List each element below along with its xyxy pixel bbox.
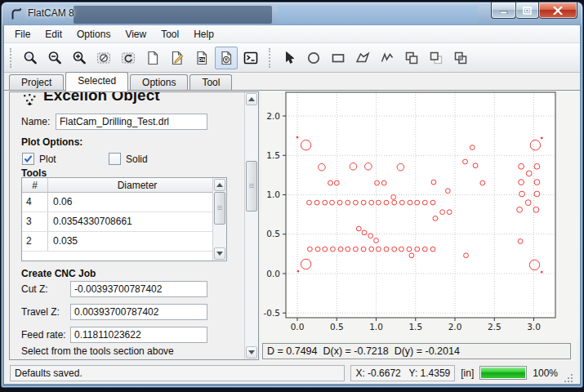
window-title: FlatCAM 8	[28, 7, 74, 19]
column-header-diameter: Diameter	[48, 178, 226, 192]
flatcam-logo-icon	[9, 7, 24, 21]
zoom-fit-icon	[22, 50, 38, 66]
draw-polygon-button[interactable]	[351, 47, 374, 69]
delete-object-icon	[218, 50, 234, 66]
table-scroll-up-button[interactable]	[214, 179, 225, 191]
draw-circle-icon	[305, 50, 322, 66]
maximize-button[interactable]	[516, 2, 539, 19]
geo-union-button[interactable]	[400, 47, 423, 69]
shell-icon	[243, 50, 259, 66]
name-row: Name:	[21, 114, 234, 130]
object-title: Excellon Object	[43, 92, 239, 105]
panel-scrollbar[interactable]	[244, 92, 258, 359]
menu-help[interactable]: Help	[186, 27, 221, 42]
clear-plot-button[interactable]	[92, 47, 115, 69]
tool-row-2[interactable]: 20.035	[22, 232, 226, 252]
menu-file[interactable]: File	[7, 27, 38, 42]
menu-view[interactable]: View	[118, 27, 154, 42]
zoom-out-button[interactable]	[43, 47, 66, 69]
checkbox-label: Plot	[39, 154, 56, 165]
svg-text:1.0: 1.0	[266, 189, 280, 199]
shell-button[interactable]	[239, 47, 262, 69]
svg-text:-0.5: -0.5	[264, 308, 281, 318]
table-scroll-down-button[interactable]	[214, 247, 225, 260]
geo-union-icon	[403, 50, 420, 66]
new-project-button[interactable]	[141, 47, 164, 69]
geo-subtract-icon	[428, 50, 444, 66]
tool-number-cell: 3	[22, 212, 48, 231]
draw-polyline-button[interactable]	[376, 47, 399, 69]
checkbox-label: Solid	[126, 154, 148, 165]
table-scrollbar-thumb[interactable]	[214, 192, 225, 225]
checkbox-solid[interactable]: Solid	[109, 153, 148, 165]
svg-text:0.5: 0.5	[330, 322, 344, 332]
menu-options[interactable]: Options	[69, 27, 118, 42]
save-ok-button[interactable]: Ok	[190, 47, 213, 69]
tab-project[interactable]: Project	[9, 74, 64, 91]
scatter-plot-svg[interactable]: 0.00.51.01.52.02.53.0-0.50.00.51.01.52.0	[262, 91, 580, 341]
delete-object-button[interactable]	[215, 47, 238, 69]
svg-text:3.0: 3.0	[527, 322, 541, 332]
cnc-field-label: Travel Z:	[21, 306, 70, 318]
background-glass-patch-dark	[74, 6, 272, 24]
geo-intersect-button[interactable]	[449, 47, 472, 69]
draw-rectangle-button[interactable]	[327, 47, 350, 69]
clear-plot-icon	[96, 50, 112, 66]
cnc-field-label: Feed rate:	[21, 329, 70, 341]
svg-text:2.0: 2.0	[266, 111, 280, 121]
toolbar-handle[interactable]	[10, 48, 14, 68]
zoom-out-icon	[47, 50, 63, 66]
solid-checkbox-box[interactable]	[109, 153, 121, 165]
column-header-num: #	[22, 178, 48, 192]
tab-tool[interactable]: Tool	[189, 74, 232, 91]
open-project-button[interactable]	[166, 47, 189, 69]
zoom-in-button[interactable]	[68, 47, 91, 69]
geo-subtract-button[interactable]	[425, 47, 448, 69]
tools-table[interactable]: #Diameter40.0630.035433070866120.035	[21, 177, 227, 261]
cnc-field-input-2[interactable]	[70, 327, 207, 343]
screen: FlatCAM 8 FileEditOptionsViewToolHelp Ok…	[0, 0, 584, 392]
draw-circle-button[interactable]	[302, 47, 325, 69]
name-input[interactable]	[56, 114, 207, 130]
title-bar[interactable]: FlatCAM 8	[2, 2, 582, 25]
svg-text:2.5: 2.5	[488, 322, 502, 332]
panel-content: Excellon Object Name: Plot Options: Plot…	[11, 92, 243, 359]
svg-text:0.0: 0.0	[266, 269, 280, 278]
scroll-down-button[interactable]	[246, 346, 257, 359]
plot-checkbox-box[interactable]	[22, 153, 34, 165]
draw-polyline-icon	[379, 50, 395, 66]
scroll-up-button[interactable]	[246, 93, 257, 105]
select-pointer-button[interactable]	[278, 47, 301, 69]
save-ok-icon: Ok	[194, 50, 210, 66]
plot-canvas[interactable]: 0.00.51.01.52.02.53.0-0.50.00.51.01.52.0	[262, 91, 580, 341]
menu-edit[interactable]: Edit	[38, 27, 69, 42]
close-button[interactable]	[539, 2, 577, 19]
table-scrollbar[interactable]	[212, 178, 226, 261]
scrollbar-thumb[interactable]	[246, 161, 257, 212]
tool-row-4[interactable]: 40.06	[22, 193, 226, 212]
minimize-button[interactable]	[491, 2, 516, 19]
distance-readout: D = 0.7494 D(x) = -0.7218 D(y) = -0.2014	[262, 343, 571, 359]
units-label: [in]	[461, 368, 474, 379]
replot-button[interactable]	[117, 47, 140, 69]
selected-object-panel: Excellon Object Name: Plot Options: Plot…	[9, 91, 259, 360]
tab-options[interactable]: Options	[130, 74, 188, 91]
name-label: Name:	[21, 116, 56, 127]
zoom-fit-button[interactable]	[19, 47, 42, 69]
open-project-icon	[169, 50, 185, 66]
svg-text:1.0: 1.0	[369, 322, 383, 332]
draw-polygon-icon	[354, 50, 371, 66]
object-header: Excellon Object	[20, 92, 239, 108]
svg-text:0.5: 0.5	[266, 229, 280, 238]
tab-selected[interactable]: Selected	[65, 72, 128, 91]
cnc-job-label: Create CNC Job	[21, 268, 96, 279]
resize-grip-icon[interactable]	[564, 372, 574, 383]
cnc-field-input-0[interactable]	[70, 281, 207, 297]
menu-tool[interactable]: Tool	[154, 27, 186, 42]
svg-text:2.0: 2.0	[448, 322, 462, 332]
tool-row-3[interactable]: 30.0354330708661	[22, 212, 226, 232]
cnc-field-input-1[interactable]	[70, 304, 207, 320]
cnc-field-row: Feed rate:	[21, 327, 234, 343]
checkbox-plot[interactable]: Plot	[22, 153, 109, 165]
toolbar-handle[interactable]	[269, 48, 273, 68]
